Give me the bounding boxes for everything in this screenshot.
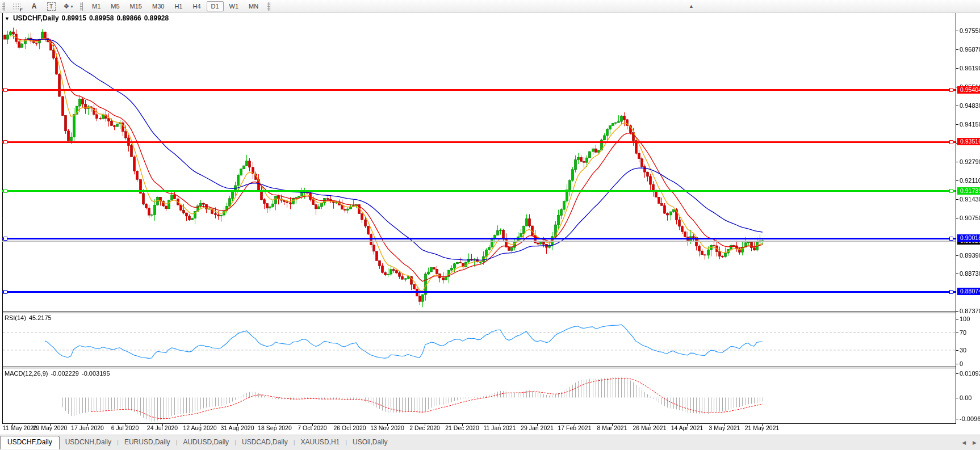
- textbox-t-icon[interactable]: T: [44, 1, 58, 12]
- quote-low: 0.89866: [116, 14, 141, 22]
- price-line-badge-0.95404: 0.95404: [957, 86, 980, 94]
- line-anchor-handle[interactable]: [3, 189, 7, 193]
- price-axis-tick: 0.91430: [960, 196, 980, 203]
- timeframe-d1-button[interactable]: D1: [207, 1, 224, 11]
- price-axis-tick: 0.88730: [960, 270, 980, 277]
- date-axis-label: 11 Jan 2021: [483, 424, 516, 431]
- line-anchor-handle[interactable]: [3, 237, 7, 241]
- date-axis-label: 26 Oct 2020: [333, 424, 366, 431]
- grid-f-icon[interactable]: F: [10, 1, 24, 12]
- quote-high: 0.89958: [89, 14, 114, 22]
- rsi-value: 45.2175: [29, 314, 52, 321]
- line-anchor-handle[interactable]: [949, 237, 953, 241]
- text-a-icon[interactable]: A: [27, 1, 41, 12]
- chart-symbol-period: USDCHF,Daily: [13, 14, 59, 22]
- price-axis-tick: 0.92110: [960, 177, 980, 184]
- horizontal-line-0.88074[interactable]: [2, 291, 956, 293]
- price-axis-tick: 0.97550: [960, 27, 980, 34]
- timeframe-h4-button[interactable]: H4: [188, 1, 205, 11]
- macd-scale-label: -0.009653: [960, 415, 980, 422]
- macd-scale-label: 0.010933: [960, 370, 980, 377]
- dropdown-arrow-icon[interactable]: ▾: [70, 4, 73, 9]
- date-axis-label: 3 May 2021: [709, 424, 740, 431]
- price-line-badge-0.93516: 0.93516: [957, 138, 980, 145]
- tab-usdcad-daily[interactable]: USDCAD,Daily: [236, 435, 294, 448]
- date-axis-label: 21 Dec 2020: [445, 424, 479, 431]
- rsi-scale-label: 30: [960, 347, 966, 354]
- toolbar: F A T ❖▾ M1M5M15M30H1H4D1W1MN: [0, 0, 980, 13]
- toolbar-drag-handle[interactable]: [2, 2, 5, 11]
- macd-indicator-label: MACD(12,26,9)-0.002229-0.003195: [5, 370, 113, 377]
- date-axis-label: 11 May 2020: [3, 424, 37, 431]
- rsi-scale-label: 70: [960, 329, 966, 336]
- date-axis-label: 8 Mar 2021: [597, 424, 627, 431]
- date-axis-label: 13 Nov 2020: [370, 424, 404, 431]
- toolbar-drag-handle[interactable]: [80, 2, 83, 11]
- line-anchor-handle[interactable]: [949, 189, 953, 193]
- rsi-name: RSI(14): [5, 314, 26, 321]
- macd-signal-value: -0.003195: [82, 370, 110, 377]
- date-axis-label: 18 Sep 2020: [258, 424, 292, 431]
- timeframe-m30-button[interactable]: M30: [148, 1, 169, 11]
- date-axis-label: 21 May 2021: [745, 424, 780, 431]
- macd-scale-label: 0.00: [960, 394, 971, 401]
- timeframe-w1-button[interactable]: W1: [225, 1, 244, 11]
- chart-menu-icon[interactable]: ▼: [5, 16, 10, 22]
- line-anchor-handle[interactable]: [3, 290, 7, 294]
- line-anchor-handle[interactable]: [949, 88, 953, 92]
- line-anchor-handle[interactable]: [3, 88, 7, 92]
- horizontal-line-0.91739[interactable]: [2, 190, 956, 192]
- rsi-scale-label: 100: [960, 316, 970, 322]
- line-anchor-handle[interactable]: [949, 140, 953, 144]
- date-axis-label: 7 Oct 2020: [298, 424, 326, 431]
- date-axis-label: 26 Mar 2021: [633, 424, 667, 431]
- price-axis-tick: 0.94150: [960, 121, 980, 128]
- timeframe-m15-button[interactable]: M15: [125, 1, 146, 11]
- tab-usoil-daily[interactable]: USOil,Daily: [347, 435, 393, 448]
- horizontal-line-0.93516[interactable]: [2, 141, 956, 143]
- tab-usdchf-daily[interactable]: USDCHF,Daily: [0, 436, 60, 449]
- price-chart-canvas[interactable]: [0, 0, 980, 450]
- line-anchor-handle[interactable]: [949, 290, 953, 294]
- price-axis-tick: 0.90750: [960, 215, 980, 221]
- date-axis-label: 29 May 2020: [33, 424, 68, 431]
- quote-open: 0.89915: [62, 14, 86, 22]
- rsi-scale-label: 0: [960, 360, 963, 367]
- tab-audusd-daily[interactable]: AUDUSD,Daily: [177, 435, 234, 448]
- rsi-indicator-label: RSI(14)45.2175: [5, 314, 55, 321]
- macd-value: -0.002229: [51, 370, 79, 377]
- trading-platform-window: F A T ❖▾ M1M5M15M30H1H4D1W1MN ▲ ▼USDCHF,…: [0, 0, 980, 450]
- tab-usdcnh-daily[interactable]: USDCNH,Daily: [60, 435, 117, 448]
- date-axis-label: 24 Jul 2020: [147, 424, 178, 431]
- price-axis-tick: 0.94830: [960, 102, 980, 109]
- tab-eurusd-daily[interactable]: EURUSD,Daily: [119, 435, 176, 448]
- horizontal-line-0.95404[interactable]: [2, 89, 956, 91]
- price-axis-tick: 0.87370: [960, 308, 980, 314]
- macd-name: MACD(12,26,9): [5, 370, 48, 377]
- timeframe-m5-button[interactable]: M5: [106, 1, 124, 11]
- tab-xauusd-h1[interactable]: XAUUSD,H1: [295, 435, 346, 448]
- timeframe-m1-button[interactable]: M1: [87, 1, 105, 11]
- timeframe-mn-button[interactable]: MN: [244, 1, 263, 11]
- line-anchor-handle[interactable]: [3, 140, 7, 144]
- tab-scroll-left-icon[interactable]: ◀: [962, 440, 966, 445]
- timeframe-h1-button[interactable]: H1: [170, 1, 187, 11]
- toolbar-drag-handle[interactable]: [267, 2, 270, 11]
- current-price-line: [2, 241, 956, 242]
- chart-tab-bar: USDCHF,DailyUSDCNH,Daily|EURUSD,Daily|AU…: [0, 435, 980, 450]
- date-axis-label: 6 Jul 2020: [111, 424, 139, 431]
- quote-close: 0.89928: [144, 14, 169, 22]
- arrows-tool-icon[interactable]: ❖▾: [61, 1, 76, 12]
- date-axis-label: 29 Jan 2021: [521, 424, 554, 431]
- chart-shift-marker[interactable]: ▲: [689, 3, 694, 9]
- price-axis-tick: 0.96870: [960, 46, 980, 53]
- date-axis-label: 14 Apr 2021: [671, 424, 703, 431]
- horizontal-line-0.90018[interactable]: [2, 238, 956, 239]
- date-axis-label: 12 Aug 2020: [183, 424, 217, 431]
- timeframe-button-group: M1M5M15M30H1H4D1W1MN: [87, 1, 263, 11]
- price-axis-tick: 0.92790: [960, 158, 980, 165]
- date-axis-label: 17 Jun 2020: [71, 424, 104, 431]
- chart-title: ▼USDCHF,Daily0.899150.899580.898660.8992…: [5, 14, 171, 22]
- tab-scroll-right-icon[interactable]: ▶: [973, 440, 977, 445]
- price-axis-tick: 0.89390: [960, 252, 980, 259]
